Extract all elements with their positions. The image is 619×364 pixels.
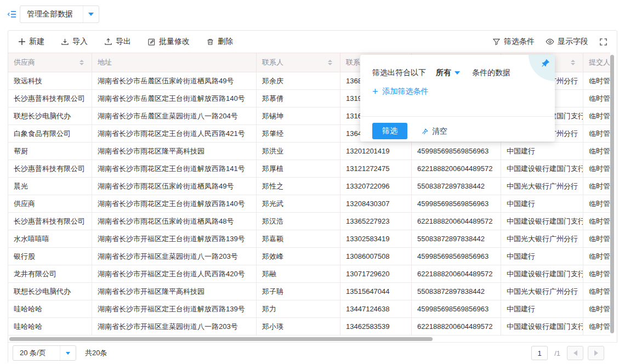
sort-icon[interactable] (79, 60, 84, 65)
table-row[interactable]: 长沙惠普科技有限公司湖南省长沙市雨花区定王台街道解放西路141号郑厚植13121… (8, 160, 610, 178)
batch-edit-icon (147, 38, 156, 46)
cell-contact: 郑力 (257, 300, 340, 317)
batch-edit-button[interactable]: 批量修改 (147, 37, 190, 47)
clear-filter-label: 清空 (432, 127, 447, 136)
apply-filter-button[interactable]: 筛选 (372, 123, 407, 139)
add-filter-condition-link[interactable]: + 添加筛选条件 (372, 87, 429, 96)
cell-supplier: 供应商 (8, 195, 92, 212)
eye-icon (546, 38, 554, 46)
toolbar: 新建 导入 导出 批量修改 删除 筛选条件 (8, 31, 617, 53)
cell-address: 湖南省长沙市开福区定王台街道人民西路420号 (92, 265, 257, 282)
clear-icon (421, 128, 429, 136)
column-header-contact[interactable]: 联系人 (257, 53, 340, 72)
table-row[interactable]: 晨光湖南省长沙市雨花区伍家岭街道栖凤路49号郑性之133207220965508… (8, 178, 610, 195)
horizontal-scrollbar[interactable] (9, 337, 433, 341)
cell-account: 6221888200604489572 (412, 213, 501, 230)
cell-address: 湖南省长沙市开福区定王台街道解放西路139号 (92, 300, 257, 317)
filter-prefix-label: 筛选出符合以下 (372, 68, 426, 78)
table-row[interactable]: 帮厨湖南省长沙市雨花区隆平高科技园郑洪业13201201419459985698… (8, 143, 610, 160)
pushpin-icon[interactable] (540, 59, 550, 71)
table-row[interactable]: 龙井有限公司湖南省长沙市开福区定王台街道人民西路420号郑融1307172962… (8, 265, 610, 283)
table-row[interactable]: 哇哈哈哈湖南省长沙市开福区韭菜园街道八一路203号郑小瑛134625835396… (8, 318, 610, 335)
table-row[interactable]: 长沙惠普科技有限公司湖南省长沙市雨花区伍家岭街道栖凤路48号郑汉浩1336522… (8, 213, 610, 230)
cell-bank: 中国建设银行建国门支行 (501, 265, 583, 282)
cell-address: 湖南省长沙市岳麓区韭菜园街道八一路204号 (92, 107, 257, 124)
fullscreen-icon (599, 38, 607, 46)
page-size-select[interactable]: 20 条/页 (13, 345, 76, 361)
cell-supplier: 水水嘻嘻嘻 (8, 230, 92, 247)
cell-bank: 中国光大银行广州分行 (501, 230, 583, 247)
export-button[interactable]: 导出 (104, 37, 131, 47)
sort-icon[interactable] (571, 60, 575, 65)
cell-account: 459985698569856963 (412, 248, 501, 265)
import-button[interactable]: 导入 (61, 37, 88, 47)
cell-submitter: 临时管 (583, 213, 610, 230)
cell-account: 55083872897838442 (412, 178, 501, 195)
column-label-address: 地址 (98, 58, 112, 67)
cell-phone: 13515647044 (340, 283, 412, 300)
column-label-submitter: 提交人 (589, 58, 610, 67)
column-header-submitter: 提交人 (583, 53, 610, 72)
table-row[interactable]: 水水嘻嘻嘻湖南省长沙市开福区定王台街道解放西路139号郑嘉颖1330258341… (8, 230, 610, 248)
cell-contact: 郑厚植 (257, 160, 340, 177)
cell-account: 6221888200604489572 (412, 265, 501, 282)
cell-submitter: 临时管 (583, 318, 610, 335)
filter-mode-select[interactable]: 所有 (436, 68, 460, 78)
sort-icon[interactable] (328, 60, 332, 65)
cell-submitter: 临时管 (583, 283, 610, 300)
display-fields-button[interactable]: 显示字段 (546, 37, 588, 47)
cell-supplier: 白象食品有限公司 (8, 125, 92, 142)
cell-phone: 13201201419 (340, 143, 412, 160)
view-selector[interactable]: 管理全部数据 (20, 5, 99, 23)
page-size-label: 20 条/页 (13, 348, 60, 358)
cell-supplier: 银行股 (8, 248, 92, 265)
app-root: 管理全部数据 新建 导入 导出 批量修改 删除 (0, 0, 619, 364)
cell-account: 55083872897838442 (412, 283, 501, 300)
filter-conditions-button[interactable]: 筛选条件 (492, 37, 535, 47)
cell-address: 湖南省长沙市雨花区定王台街道解放西路141号 (92, 160, 257, 177)
cell-contact: 郑小瑛 (257, 318, 340, 335)
cell-bank: 中国光大银行广州分行 (501, 283, 583, 300)
table-row[interactable]: 哇哈哈哈湖南省长沙市开福区定王台街道解放西路139号郑力134471246384… (8, 300, 610, 318)
collapse-menu-icon[interactable] (7, 9, 17, 19)
cell-supplier: 联想长沙电脑代办 (8, 107, 92, 124)
cell-phone: 13208430307 (340, 195, 412, 212)
cell-submitter: 临时管 (583, 143, 610, 160)
filter-icon (492, 38, 501, 46)
cell-address: 湖南省长沙市雨花区隆平高科技园 (92, 143, 257, 160)
cell-phone: 13071729620 (340, 265, 412, 282)
filter-conditions-label: 筛选条件 (504, 37, 535, 47)
cell-address: 湖南省长沙市开福区韭菜园街道八一路203号 (92, 318, 257, 335)
cell-contact: 郑嘉颖 (257, 230, 340, 247)
filter-suffix-label: 条件的数据 (472, 68, 510, 78)
cell-supplier: 哇哈哈哈 (8, 318, 92, 335)
cell-contact: 郑锡坤 (257, 107, 340, 124)
next-page-button[interactable] (588, 346, 604, 360)
import-icon (61, 38, 69, 46)
table-row[interactable]: 银行股湖南省长沙市开福区韭菜园街道八一路203号郑效峰1308600750845… (8, 248, 610, 265)
fullscreen-button[interactable] (599, 38, 607, 46)
page-number-input[interactable] (531, 346, 548, 360)
table-row[interactable]: 联想长沙电脑代办湖南省长沙市开福区隆平高科技园郑子聃13515647044550… (8, 283, 610, 300)
cell-submitter: 临时管 (583, 300, 610, 317)
column-header-supplier[interactable]: 供应商 (8, 53, 92, 72)
clear-filter-button[interactable]: 清空 (421, 127, 447, 136)
cell-bank: 中国建行 (501, 195, 583, 212)
cell-supplier: 长沙惠普科技有限公司 (8, 160, 92, 177)
cell-address: 湖南省长沙市雨花区伍家岭街道栖凤路48号 (92, 213, 257, 230)
cell-submitter: 临时管 (583, 178, 610, 195)
cell-bank: 中国建行 (501, 300, 583, 317)
cell-submitter: 临时管 (583, 195, 610, 212)
cell-supplier: 长沙惠普科技有限公司 (8, 90, 92, 107)
table-row[interactable]: 供应商湖南省长沙市雨花区定王台街道解放西路140号郑光武132084303074… (8, 195, 610, 213)
prev-page-button[interactable] (567, 346, 583, 360)
vertical-scrollbar[interactable] (610, 55, 614, 333)
new-button[interactable]: 新建 (18, 37, 44, 47)
cell-account: 6221888200604489572 (412, 160, 501, 177)
column-label-supplier: 供应商 (14, 58, 35, 67)
cell-phone: 13447124638 (340, 300, 412, 317)
delete-button[interactable]: 删除 (206, 37, 233, 47)
plus-icon: + (372, 88, 378, 95)
cell-phone: 13365227923 (340, 213, 412, 230)
new-button-label: 新建 (29, 37, 44, 47)
